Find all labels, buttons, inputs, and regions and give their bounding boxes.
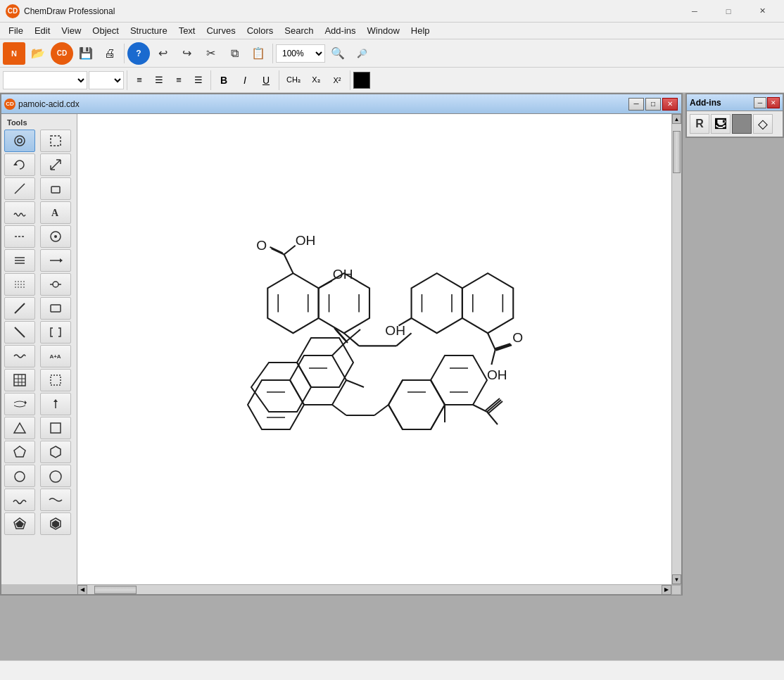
tool-wave1[interactable] [4, 489, 35, 511]
italic-button[interactable]: I [235, 71, 255, 89]
doc-minimize-button[interactable]: ─ [628, 98, 644, 111]
tool-pentagon[interactable] [4, 441, 35, 463]
tool-rect-select[interactable] [40, 130, 71, 152]
cut-button[interactable]: ✂ [199, 42, 222, 65]
addins-minimize-button[interactable]: ─ [754, 97, 766, 108]
scroll-left-button[interactable]: ◀ [77, 585, 87, 595]
scroll-up-button[interactable]: ▲ [672, 114, 681, 124]
tool-rxnarrow[interactable] [4, 393, 35, 415]
tool-eraser[interactable] [40, 177, 71, 200]
tool-dashed[interactable] [4, 225, 35, 248]
tool-push[interactable] [40, 393, 71, 415]
zoom-out-button[interactable]: 🔎 [350, 42, 373, 65]
tool-hex-fill[interactable] [40, 512, 71, 535]
align-center-button[interactable]: ☰ [150, 71, 168, 89]
size-select[interactable]: 8 10 12 14 [89, 71, 124, 89]
scroll-thumb-h[interactable] [94, 586, 137, 594]
tool-squiggle[interactable] [4, 345, 35, 367]
menu-help[interactable]: Help [405, 23, 436, 39]
menu-text[interactable]: Text [173, 23, 201, 39]
superscript-button[interactable]: X² [327, 71, 347, 89]
tool-node[interactable] [40, 273, 71, 296]
canvas-area[interactable]: .mol-bond { stroke: #1a1a1a; stroke-widt… [77, 114, 671, 584]
tool-square[interactable] [40, 417, 71, 439]
tool-rotate[interactable] [4, 153, 35, 176]
svg-line-78 [284, 255, 293, 274]
paste-button[interactable]: 📋 [247, 42, 270, 65]
menu-addins[interactable]: Add-ins [319, 23, 361, 39]
underline-button[interactable]: U [256, 71, 276, 89]
tool-bond[interactable] [4, 177, 35, 200]
tool-dash2[interactable] [4, 273, 35, 296]
tool-resize[interactable] [40, 153, 71, 176]
scroll-down-button[interactable]: ▼ [672, 574, 681, 584]
format-separator-2 [210, 70, 211, 90]
print-button[interactable]: 🖨 [99, 42, 121, 65]
zoom-in-button[interactable]: 🔍 [327, 42, 349, 65]
menu-curves[interactable]: Curves [201, 23, 241, 39]
addin-graybox[interactable] [732, 114, 752, 134]
tool-triangle[interactable] [4, 417, 35, 439]
scroll-right-button[interactable]: ▶ [662, 585, 671, 595]
font-select[interactable]: Arial Times New Roman Helvetica [3, 71, 87, 89]
align-left-button[interactable]: ≡ [130, 71, 148, 89]
doc-close-button[interactable]: ✕ [662, 98, 678, 111]
svg-rect-2 [51, 136, 61, 146]
tool-pent-fill[interactable] [4, 512, 35, 535]
help-button[interactable]: ? [127, 42, 150, 65]
tool-lasso[interactable] [4, 130, 35, 152]
tool-text[interactable]: A [40, 201, 71, 224]
addins-close-button[interactable]: ✕ [767, 97, 780, 108]
menu-object[interactable]: Object [87, 23, 125, 39]
zoom-select[interactable]: 50% 75% 100% 150% 200% [276, 44, 325, 63]
align-justify-button[interactable]: ☰ [189, 71, 208, 89]
subscript-button[interactable]: X₂ [306, 71, 326, 89]
menu-view[interactable]: View [56, 23, 87, 39]
maximize-button[interactable]: □ [712, 0, 745, 23]
scroll-thumb-v[interactable] [673, 131, 681, 173]
tool-diag[interactable] [4, 321, 35, 344]
tool-rect2[interactable] [40, 297, 71, 320]
align-right-button[interactable]: ≡ [170, 71, 188, 89]
menu-window[interactable]: Window [362, 23, 405, 39]
tool-ring5[interactable] [4, 465, 35, 487]
open-button[interactable]: 📂 [27, 42, 49, 65]
menu-search[interactable]: Search [279, 23, 319, 39]
tool-bracket[interactable] [40, 321, 71, 344]
tool-wave2[interactable] [40, 489, 71, 511]
tool-hexagon[interactable] [40, 441, 71, 463]
tool-table[interactable] [4, 369, 35, 391]
tool-atommap[interactable]: A+A [40, 345, 71, 367]
tool-arrow[interactable] [40, 249, 71, 272]
tool-ring6[interactable] [40, 465, 71, 487]
redo-button[interactable]: ↪ [175, 42, 198, 65]
svg-marker-86 [412, 273, 462, 333]
menu-structure[interactable]: Structure [125, 23, 173, 39]
tool-lasso2[interactable] [40, 225, 71, 248]
tool-dotted-rect[interactable] [40, 369, 71, 391]
menu-edit[interactable]: Edit [29, 23, 56, 39]
minimize-button[interactable]: ─ [678, 0, 711, 23]
svg-line-82 [319, 281, 332, 289]
tool-line[interactable] [4, 297, 35, 320]
doc-maximize-button[interactable]: □ [645, 98, 661, 111]
new-button[interactable]: N [3, 42, 25, 65]
svg-text:OH: OH [296, 233, 316, 248]
save-button[interactable]: 💾 [75, 42, 97, 65]
addin-rgroup[interactable]: R [690, 114, 709, 134]
menu-file[interactable]: File [3, 23, 29, 39]
undo-button[interactable]: ↩ [151, 42, 174, 65]
bold-button[interactable]: B [214, 71, 234, 89]
tool-multi-bond[interactable] [4, 249, 35, 272]
cd-button[interactable]: CD [51, 42, 73, 65]
svg-point-0 [15, 136, 25, 146]
copy-button[interactable]: ⧉ [223, 42, 246, 65]
addin-template[interactable]: ⛾ [711, 114, 731, 134]
ch2-button[interactable]: CH₂ [282, 71, 305, 89]
menu-colors[interactable]: Colors [241, 23, 279, 39]
svg-rect-29 [14, 374, 25, 386]
close-button[interactable]: ✕ [746, 0, 778, 23]
addin-diamond[interactable]: ◇ [753, 114, 773, 134]
color-swatch[interactable] [353, 72, 370, 89]
tool-wavy[interactable] [4, 201, 35, 224]
